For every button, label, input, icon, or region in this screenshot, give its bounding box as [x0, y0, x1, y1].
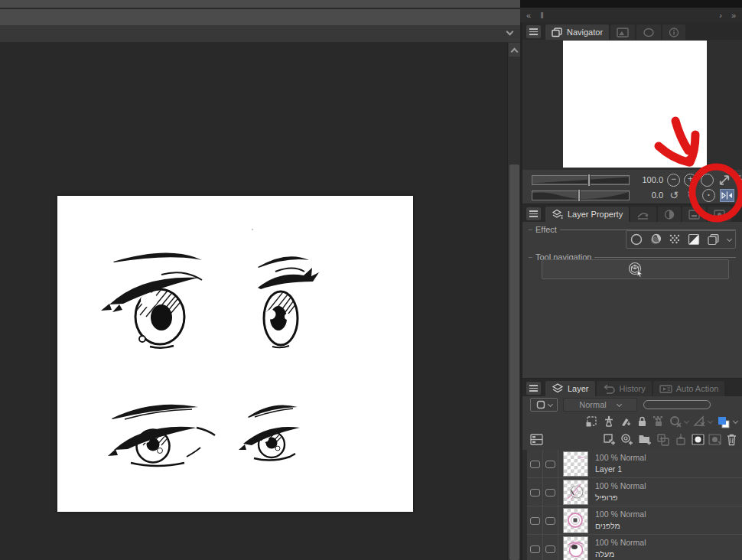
apply-mask-icon[interactable] — [708, 433, 722, 446]
opacity-slider[interactable] — [643, 400, 711, 409]
palette-color-button[interactable] — [530, 398, 558, 412]
zoom-slider[interactable] — [532, 175, 630, 185]
layer-row[interactable]: 100 % Normal מלפנים — [522, 506, 742, 535]
layer-visibility-toggle[interactable] — [527, 535, 543, 560]
tab-tone[interactable] — [658, 207, 681, 222]
draft-layer-icon[interactable] — [603, 415, 615, 428]
chevron-down-icon[interactable] — [727, 236, 732, 241]
flip-horizontal-button[interactable] — [720, 189, 734, 202]
halftone-icon[interactable] — [669, 233, 681, 246]
blend-mode-select[interactable]: Normal — [563, 398, 637, 412]
canvas[interactable] — [57, 196, 413, 512]
information-icon — [669, 28, 679, 37]
tab-layer-property[interactable]: Layer Property — [545, 207, 629, 222]
merge-to-lower-icon[interactable] — [674, 433, 688, 446]
fit-to-window-icon[interactable] — [735, 174, 742, 187]
fit-to-screen-icon[interactable] — [718, 174, 731, 187]
panel-menu-icon[interactable] — [526, 382, 541, 395]
layer-visibility-toggle[interactable] — [527, 506, 543, 535]
rotation-value: 0.0 — [634, 190, 663, 200]
lock-transparent-pixel-icon[interactable] — [653, 415, 665, 428]
expression-color-icon[interactable] — [707, 233, 721, 246]
layer-color-group[interactable] — [717, 415, 737, 428]
change-panel-icon[interactable] — [530, 434, 543, 445]
layer-thumbnail[interactable] — [563, 480, 588, 505]
tab-layer-searcher[interactable] — [630, 207, 656, 222]
layer-check-toggle[interactable] — [543, 478, 558, 506]
tab-two-pane[interactable] — [682, 207, 706, 222]
palette-dock: « ‖ › » Navigator — [520, 0, 742, 560]
reset-zoom-button[interactable] — [701, 174, 714, 187]
collapse-dock-icon[interactable]: « — [526, 11, 531, 20]
rotate-right-button[interactable]: ↻ — [685, 189, 698, 202]
tab-navigator[interactable]: Navigator — [545, 24, 609, 40]
layer-check-toggle[interactable] — [543, 450, 558, 478]
layer-row[interactable]: 100 % Normal פרופיל — [522, 478, 742, 506]
clip-at-layer-below-icon[interactable] — [585, 415, 598, 428]
scroll-tabs-left-icon[interactable]: › — [719, 11, 722, 20]
panel-menu-icon[interactable] — [526, 207, 541, 220]
new-raster-layer-icon[interactable] — [603, 433, 617, 446]
navigator-canvas-thumbnail[interactable] — [563, 41, 707, 168]
reset-rotation-button[interactable]: • — [702, 189, 715, 202]
tab-circle-pane[interactable] — [708, 207, 731, 222]
zoom-in-button[interactable]: + — [684, 174, 697, 187]
rotation-slider-handle[interactable] — [578, 189, 581, 202]
tab-quick-share[interactable] — [636, 24, 661, 40]
history-icon — [603, 384, 616, 394]
layer-name[interactable]: מלפנים — [595, 520, 646, 532]
tab-history[interactable]: History — [597, 381, 652, 396]
layer-name[interactable]: מעלה — [595, 549, 646, 560]
delete-layer-icon[interactable] — [726, 433, 737, 446]
visibility-checkbox-icon — [530, 489, 540, 497]
create-mask-icon[interactable] — [692, 433, 705, 446]
check-checkbox-icon — [545, 489, 555, 497]
rotate-left-button[interactable]: ↺ — [667, 189, 681, 202]
layer-visibility-toggle[interactable] — [527, 478, 543, 506]
tab-sub-view[interactable] — [610, 24, 635, 40]
layer-visibility-toggle[interactable] — [527, 450, 543, 478]
layer-row[interactable]: 100 % Normal Layer 1 — [522, 450, 742, 478]
new-folder-icon[interactable] — [638, 433, 653, 446]
navigator-controls: 100.0 − + 0.0 ↺ ↻ • — [522, 170, 742, 203]
flip-horizontal-icon — [721, 191, 733, 200]
zoom-slider-handle[interactable] — [587, 174, 591, 187]
navigator-panel: Navigator 100.0 − + — [522, 22, 742, 203]
chevron-down-icon[interactable] — [506, 28, 514, 36]
layer-name[interactable]: פרופיל — [595, 492, 646, 503]
layer-name[interactable]: Layer 1 — [595, 464, 646, 475]
layer-check-toggle[interactable] — [543, 535, 558, 560]
ruler-range-icon — [693, 415, 706, 428]
zoom-value: 100.0 — [634, 175, 663, 184]
scroll-tabs-right-icon[interactable]: » — [731, 11, 736, 20]
tab-layer[interactable]: Layer — [545, 381, 595, 396]
layer-property-tabbar: Layer Property — [522, 204, 742, 222]
lock-layer-icon[interactable] — [636, 415, 648, 428]
ruler-range-group[interactable] — [693, 415, 712, 428]
panel-menu-icon[interactable] — [526, 25, 541, 38]
layer-thumbnail[interactable] — [563, 508, 588, 533]
new-layer-dialog-icon[interactable] — [620, 433, 634, 446]
tab-auto-action[interactable]: Auto Action — [653, 381, 725, 396]
layer-check-toggle[interactable] — [543, 506, 558, 535]
zoom-out-button[interactable]: − — [667, 174, 680, 187]
scroll-up-button[interactable] — [509, 43, 520, 57]
tool-navigation-button[interactable] — [542, 259, 729, 279]
scrollbar-thumb[interactable] — [509, 164, 519, 560]
rotation-slider[interactable] — [532, 190, 630, 200]
canvas-background[interactable] — [0, 42, 507, 560]
flip-vertical-button[interactable] — [737, 189, 742, 202]
navigator-preview-area[interactable] — [522, 40, 742, 170]
layer-thumbnail[interactable] — [563, 451, 588, 477]
tone-effect-icon[interactable] — [649, 233, 662, 246]
transfer-to-lower-icon[interactable] — [656, 433, 670, 446]
border-effect-icon[interactable] — [630, 233, 643, 246]
layer-color-effect-icon[interactable] — [688, 233, 700, 246]
reference-layer-group[interactable] — [669, 415, 688, 428]
lock-pen-icon[interactable] — [620, 415, 632, 428]
auto-action-icon — [659, 384, 672, 394]
tab-information[interactable] — [662, 24, 685, 40]
layer-row[interactable]: 100 % Normal מעלה — [522, 535, 742, 560]
vertical-scrollbar[interactable] — [507, 42, 520, 560]
layer-thumbnail[interactable] — [563, 536, 588, 560]
